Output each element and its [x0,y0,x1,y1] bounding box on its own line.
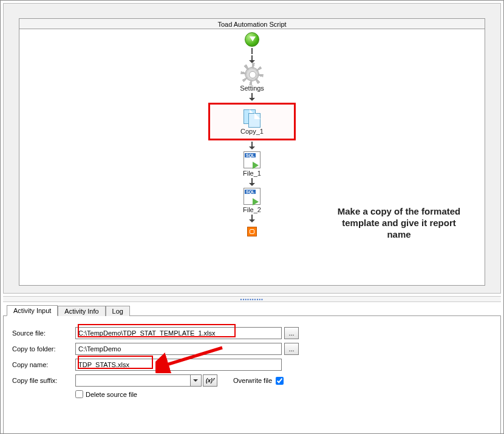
suffix-input[interactable] [75,374,191,387]
arrow-icon [251,93,253,102]
browse-folder-button[interactable]: ... [284,343,299,355]
overwrite-checkbox[interactable] [276,377,284,385]
overwrite-label: Overwrite file [233,377,272,384]
suffix-label: Copy file suffix: [12,377,75,384]
overwrite-block[interactable]: Overwrite file [233,377,284,385]
delete-source-checkbox[interactable] [75,390,83,398]
copy-name-row: Copy name: [12,359,492,371]
source-file-row: Source file: ... [12,327,492,339]
delete-source-label: Delete source file [86,391,137,398]
copy-to-row: Copy to folder: ... [12,343,492,355]
expression-button[interactable]: (x)ᶠ [203,374,217,387]
file1-node[interactable]: File_1 [243,151,261,177]
copy-to-label: Copy to folder: [12,345,75,353]
tab-log[interactable]: Log [106,306,130,316]
arrow-icon [251,142,253,150]
copy-name-label: Copy name: [12,361,75,368]
canvas-title: Toad Automation Script [19,18,485,29]
arrow-icon [251,215,253,223]
browse-source-button[interactable]: ... [284,327,299,339]
splitter-handle[interactable]: ▪▪▪▪▪▪▪▪▪▪ [3,296,501,302]
start-icon [245,32,259,47]
end-node[interactable] [247,224,257,236]
copy-label: Copy_1 [240,128,264,135]
source-file-label: Source file: [12,329,75,337]
copy-to-input[interactable] [75,343,282,355]
file2-node[interactable]: File_2 [243,188,261,213]
annotation-text: Make a copy of the formated template and… [333,206,465,240]
arrow-icon [251,178,253,187]
tab-activity-input[interactable]: Activity Input [7,305,58,316]
automation-canvas[interactable]: Toad Automation Script Settings Copy_1 [19,18,485,286]
file2-label: File_2 [243,206,261,213]
connector [251,48,253,54]
copy-file-icon [242,109,262,126]
settings-node[interactable]: Settings [240,65,264,92]
tab-activity-info[interactable]: Activity Info [58,306,105,316]
sql-file-icon [243,188,261,205]
source-file-input[interactable] [75,327,282,339]
suffix-dropdown-button[interactable] [191,374,202,387]
copy-node-selected[interactable]: Copy_1 [208,103,296,140]
stop-icon [247,227,257,236]
file1-label: File_1 [243,170,261,177]
copy-name-input[interactable] [75,359,282,371]
activity-input-panel: Source file: ... Copy to folder: ... Cop… [3,316,501,434]
suffix-row: Copy file suffix: (x)ᶠ Overwrite file [12,374,492,387]
tabs-row: Activity Input Activity Info Log [3,302,501,316]
delete-source-row[interactable]: Delete source file [75,390,492,398]
start-node[interactable] [245,32,259,47]
gear-icon [243,65,261,83]
designer-panel: Toad Automation Script Settings Copy_1 [3,3,501,294]
sql-file-icon [243,151,261,168]
